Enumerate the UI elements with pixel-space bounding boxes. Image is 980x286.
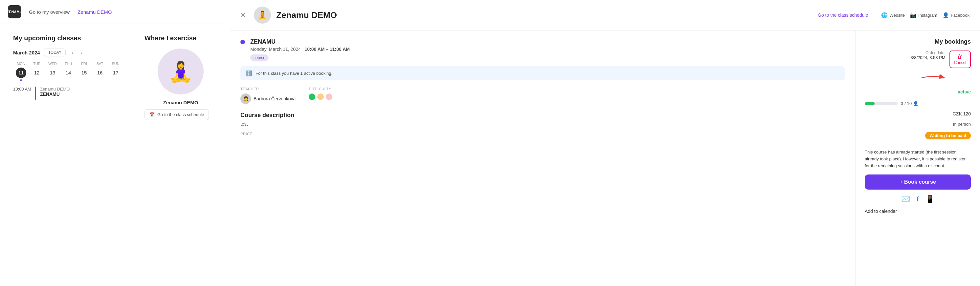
event-studio: Zenamu DEMO — [40, 87, 70, 92]
event-row: 10:00 AM Zenamu DEMO ZENAMU — [13, 87, 131, 100]
difficulty-dots — [309, 93, 332, 100]
person-icon: 👤 — [913, 101, 918, 106]
teacher-name: Barbora Červenková — [253, 96, 296, 101]
day-sun[interactable]: SUN 17 — [108, 62, 124, 81]
class-row: ZENAMU Monday, March 11, 2024 10:00 AM –… — [240, 38, 845, 61]
share-facebook-button[interactable]: f — [916, 195, 919, 203]
left-content: My upcoming classes March 2024 TODAY ‹ ›… — [0, 24, 230, 286]
order-info: Order date: 3/8/2024, 3:53 PM — [910, 51, 945, 60]
schedule-button[interactable]: 📅 Go to the class schedule — [145, 109, 209, 120]
meta-row: TEACHER 👩 Barbora Červenková DIFFICULTY — [240, 87, 845, 104]
teacher-avatar: 👩 — [240, 93, 251, 104]
cancel-icon: 🗑 — [957, 54, 963, 60]
facebook-icon: 👤 — [943, 12, 949, 18]
calendar-icon: 📅 — [150, 112, 155, 117]
teacher-section: TEACHER 👩 Barbora Červenková — [240, 87, 296, 104]
instagram-link[interactable]: 📷 Instagram — [910, 12, 937, 18]
left-panel: ZENAMU Go to my overview Zenamu DEMO My … — [0, 0, 230, 286]
diff-dot-2 — [317, 93, 324, 100]
upcoming-classes: My upcoming classes March 2024 TODAY ‹ ›… — [13, 35, 131, 275]
event-class: ZENAMU — [40, 92, 70, 97]
month-label: March 2024 — [13, 50, 40, 55]
day-thu[interactable]: THU 14 — [60, 62, 76, 81]
order-section: Order date: 3/8/2024, 3:53 PM 🗑 Cancel — [865, 51, 971, 68]
modal-main: ZENAMU Monday, March 11, 2024 10:00 AM –… — [230, 30, 855, 286]
modal-schedule-link[interactable]: Go to the class schedule — [818, 13, 868, 18]
order-label: Order date: — [910, 51, 945, 55]
day-sat[interactable]: SAT 16 — [92, 62, 108, 81]
close-button[interactable]: ✕ — [240, 11, 246, 19]
studio-title: Zenamu DEMO — [145, 100, 217, 105]
share-row: ✉️ f 📱 — [865, 195, 971, 203]
studio-logo-emoji: 🧘 — [258, 11, 267, 20]
logo-icon: ZENAMU — [8, 5, 21, 18]
calendar-days: MON 11 TUE 12 WED 13 THU 14 FRI — [13, 62, 131, 81]
course-desc-text: test — [240, 122, 845, 126]
event-info: Zenamu DEMO ZENAMU — [40, 87, 70, 97]
go-to-overview-link[interactable]: Go to my overview — [29, 9, 70, 15]
cancel-button[interactable]: 🗑 Cancel — [950, 51, 971, 68]
bookings-title: My bookings — [865, 38, 971, 45]
day-tue[interactable]: TUE 12 — [29, 62, 45, 81]
event-dot — [20, 79, 22, 81]
today-button[interactable]: TODAY — [44, 49, 66, 57]
course-desc-heading: Course description — [240, 112, 845, 119]
arrow-indicator — [865, 73, 948, 84]
day-wed[interactable]: WED 13 — [45, 62, 60, 81]
modal-header: ✕ 🧘 Zenamu DEMO Go to the class schedule… — [230, 0, 980, 30]
difficulty-section: DIFFICULTY — [309, 87, 332, 104]
logo: ZENAMU — [8, 5, 21, 18]
facebook-link[interactable]: 👤 Facebook — [943, 12, 969, 18]
class-info: ZENAMU Monday, March 11, 2024 10:00 AM –… — [250, 38, 845, 61]
capacity-label: 3/10 👤 — [901, 101, 918, 106]
progress-fill — [865, 102, 875, 105]
teacher-row: 👩 Barbora Červenková — [240, 93, 296, 104]
whatsapp-icon: 📱 — [926, 195, 934, 203]
class-color-dot — [240, 40, 245, 44]
order-date: 3/8/2024, 3:53 PM — [910, 55, 945, 60]
prev-week-button[interactable]: ‹ — [70, 49, 75, 56]
modal-studio-logo: 🧘 — [254, 6, 271, 24]
calendar-header: March 2024 TODAY ‹ › — [13, 49, 131, 57]
price-amount: CZK 120 — [865, 111, 971, 117]
add-calendar[interactable]: Add to calendar — [865, 209, 971, 214]
event-time: 10:00 AM — [13, 87, 31, 92]
info-icon: ℹ️ — [246, 70, 252, 76]
class-datetime: Monday, March 11, 2024 10:00 AM – 11:00 … — [250, 47, 845, 52]
upcoming-classes-title: My upcoming classes — [13, 35, 131, 42]
facebook-label: Facebook — [951, 13, 969, 18]
studio-name-link[interactable]: Zenamu DEMO — [78, 9, 112, 15]
day-mon[interactable]: MON 11 — [13, 62, 29, 81]
website-label: Website — [889, 13, 905, 18]
facebook-share-icon: f — [916, 196, 919, 203]
instagram-label: Instagram — [918, 13, 937, 18]
class-studio-name: ZENAMU — [250, 38, 845, 45]
top-nav: ZENAMU Go to my overview Zenamu DEMO — [0, 0, 230, 24]
website-link[interactable]: 🌐 Website — [881, 12, 905, 18]
difficulty-label: DIFFICULTY — [309, 87, 332, 91]
share-whatsapp-button[interactable]: 📱 — [926, 195, 934, 203]
modal-sidebar: My bookings Order date: 3/8/2024, 3:53 P… — [855, 30, 980, 286]
status-badge: active — [865, 89, 971, 95]
waiting-badge: Waiting to be paid — [925, 132, 971, 139]
progress-bar — [865, 102, 897, 105]
book-course-button[interactable]: + Book course — [865, 174, 971, 190]
instagram-icon: 📷 — [910, 12, 916, 18]
website-icon: 🌐 — [881, 12, 888, 18]
cancel-label: Cancel — [954, 60, 966, 65]
event-bar — [35, 87, 36, 100]
modal-body: ZENAMU Monday, March 11, 2024 10:00 AM –… — [230, 30, 980, 286]
social-links: 🌐 Website 📷 Instagram 👤 Facebook — [881, 12, 969, 18]
teacher-label: TEACHER — [240, 87, 296, 91]
promo-text: This course has already started (the fir… — [865, 145, 971, 169]
class-tag: course — [250, 54, 269, 61]
price-label: PRICE — [240, 132, 845, 136]
studio-figure-icon: 🧘‍♀️ — [169, 60, 193, 83]
next-week-button[interactable]: › — [79, 49, 85, 56]
diff-dot-3 — [326, 93, 332, 100]
day-fri[interactable]: FRI 15 — [76, 62, 92, 81]
modal-studio-name: Zenamu DEMO — [276, 10, 620, 21]
share-email-button[interactable]: ✉️ — [901, 195, 910, 203]
in-person: In person — [865, 122, 971, 126]
where-section: Where I exercise 🧘‍♀️ Zenamu DEMO 📅 Go t… — [145, 35, 217, 275]
